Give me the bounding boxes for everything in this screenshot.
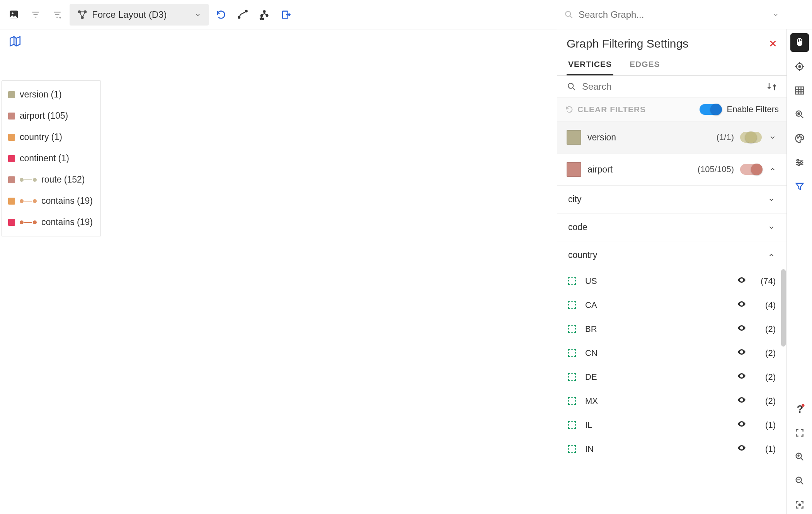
svg-point-9 <box>266 15 268 17</box>
country-count: (2) <box>756 324 776 334</box>
property-name: city <box>568 194 582 205</box>
visibility-toggle[interactable] <box>737 419 746 431</box>
vertex-count: (1/1) <box>717 132 734 142</box>
vertex-name: airport <box>587 164 691 175</box>
country-code: IL <box>585 420 728 430</box>
search-node-button[interactable] <box>790 105 809 124</box>
country-value-item[interactable]: MX (2) <box>557 389 786 413</box>
locate-button[interactable] <box>790 57 809 76</box>
sort-icon[interactable] <box>766 81 777 92</box>
tree-button[interactable] <box>255 5 274 24</box>
visibility-toggle[interactable] <box>737 299 746 311</box>
chevron-down-icon[interactable] <box>767 195 776 204</box>
palette-button[interactable] <box>790 129 809 148</box>
mouse-mode-button[interactable] <box>790 33 809 52</box>
visibility-toggle[interactable] <box>737 275 746 287</box>
legend-edge-item[interactable]: route (152) <box>2 169 100 190</box>
property-row[interactable]: country <box>557 241 786 269</box>
filter-funnel-button[interactable] <box>790 177 809 196</box>
country-value-item[interactable]: BR (2) <box>557 317 786 341</box>
checkbox-icon[interactable] <box>568 301 576 309</box>
legend-item[interactable]: airport (105) <box>2 105 100 126</box>
checkbox-icon[interactable] <box>568 373 576 381</box>
scrollbar[interactable] <box>781 269 786 347</box>
search-graph-input[interactable] <box>579 9 767 20</box>
help-button[interactable]: ? <box>790 400 809 418</box>
enable-filters-toggle[interactable] <box>700 104 721 115</box>
property-row[interactable]: code <box>557 213 786 241</box>
chevron-down-icon[interactable] <box>767 223 776 232</box>
visibility-toggle[interactable] <box>737 323 746 335</box>
svg-point-149 <box>798 164 800 166</box>
legend-swatch <box>8 134 15 141</box>
legend-box: version (1)airport (105)country (1)conti… <box>2 80 101 236</box>
fit-screen-button[interactable] <box>790 495 809 514</box>
search-icon <box>567 82 577 92</box>
svg-point-144 <box>797 137 798 138</box>
country-value-item[interactable]: IL (1) <box>557 413 786 437</box>
legend-swatch <box>8 155 15 162</box>
country-code: CA <box>585 300 728 310</box>
svg-point-138 <box>568 83 573 88</box>
country-value-item[interactable]: US (74) <box>557 269 786 293</box>
legend-edge-item[interactable]: contains (19) <box>2 212 100 233</box>
graph-layout-icon <box>77 9 88 20</box>
country-value-item[interactable]: DE (2) <box>557 365 786 389</box>
vertex-toggle[interactable] <box>740 164 762 175</box>
chevron-down-icon[interactable] <box>768 133 777 142</box>
checkbox-icon[interactable] <box>568 277 576 285</box>
layout-select[interactable]: Force Layout (D3) <box>70 4 209 26</box>
legend-item[interactable]: continent (1) <box>2 148 100 169</box>
checkbox-icon[interactable] <box>568 445 576 453</box>
clear-filters-button[interactable]: CLEAR FILTERS <box>565 105 646 114</box>
country-value-list[interactable]: US (74) CA (4) BR (2) CN (2) DE (2) MX (… <box>557 269 786 514</box>
vertex-color-swatch <box>567 162 581 177</box>
filter-panel: Graph Filtering Settings ✕ VERTICES EDGE… <box>557 29 786 514</box>
chevron-up-icon[interactable] <box>767 251 776 260</box>
chevron-down-icon[interactable] <box>772 11 780 19</box>
filter-button-1[interactable] <box>26 5 45 24</box>
filter-add-button[interactable] <box>48 5 66 24</box>
graph-canvas[interactable]: version (1)airport (105)country (1)conti… <box>0 29 557 514</box>
checkbox-icon[interactable] <box>568 349 576 357</box>
panel-search-input[interactable] <box>582 81 761 92</box>
image-mode-button[interactable] <box>5 5 23 24</box>
checkbox-icon[interactable] <box>568 397 576 405</box>
refresh-button[interactable] <box>212 5 230 24</box>
vertex-filter-row[interactable]: version (1/1) <box>557 121 786 154</box>
legend-swatch <box>8 91 15 98</box>
vertex-filter-row[interactable]: airport (105/105) <box>557 154 786 186</box>
close-panel-button[interactable]: ✕ <box>769 38 777 50</box>
tab-edges[interactable]: EDGES <box>628 54 662 75</box>
settings-button[interactable] <box>790 153 809 172</box>
svg-point-140 <box>798 66 800 68</box>
country-count: (2) <box>756 396 776 406</box>
legend-edge-item[interactable]: contains (19) <box>2 190 100 212</box>
edge-icon <box>20 200 37 203</box>
country-code: MX <box>585 396 728 406</box>
visibility-toggle[interactable] <box>737 371 746 383</box>
chevron-up-icon[interactable] <box>768 165 777 174</box>
country-value-item[interactable]: CN (2) <box>557 341 786 365</box>
layout-select-label: Force Layout (D3) <box>92 9 167 20</box>
visibility-toggle[interactable] <box>737 395 746 407</box>
country-value-item[interactable]: IN (1) <box>557 437 786 461</box>
zoom-out-button[interactable] <box>790 471 809 490</box>
visibility-toggle[interactable] <box>737 347 746 359</box>
svg-point-154 <box>798 504 800 505</box>
fullscreen-button[interactable] <box>790 423 809 442</box>
checkbox-icon[interactable] <box>568 421 576 429</box>
svg-point-8 <box>261 15 263 17</box>
path-button[interactable] <box>233 5 252 24</box>
graph-svg[interactable]: North AmericaUnited StatesNew York John … <box>0 29 116 87</box>
visibility-toggle[interactable] <box>737 443 746 455</box>
vertex-toggle[interactable] <box>740 132 762 143</box>
property-row[interactable]: city <box>557 186 786 213</box>
zoom-in-button[interactable] <box>790 447 809 466</box>
checkbox-icon[interactable] <box>568 325 576 333</box>
country-value-item[interactable]: CA (4) <box>557 293 786 317</box>
legend-item[interactable]: country (1) <box>2 126 100 148</box>
export-button[interactable] <box>277 5 295 24</box>
tab-vertices[interactable]: VERTICES <box>567 54 613 75</box>
table-button[interactable] <box>790 81 809 100</box>
